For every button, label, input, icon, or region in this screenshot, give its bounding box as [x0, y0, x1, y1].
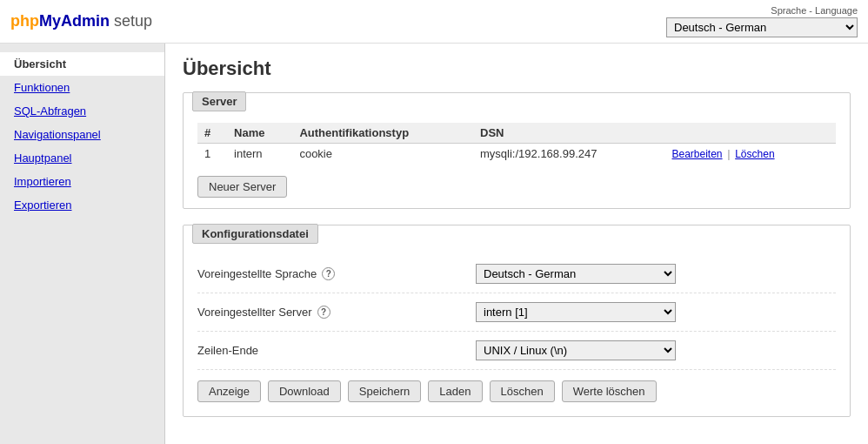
action-buttons: Anzeige Download Speichern Laden Löschen… [197, 370, 836, 406]
sidebar-item-navigationspanel[interactable]: Navigationspanel [0, 123, 164, 146]
werte-loschen-button[interactable]: Werte löschen [562, 380, 657, 402]
sidebar: ÜbersichtFunktionenSQL-AbfragenNavigatio… [0, 44, 165, 444]
main-content: Übersicht Server # Name Authentifikation… [165, 44, 868, 444]
app-logo: phpMyAdmin setup [10, 12, 152, 30]
sidebar-item-sql-abfragen[interactable]: SQL-Abfragen [0, 99, 164, 123]
help-icon-server[interactable]: ? [317, 306, 331, 319]
server-table: # Name Authentifikationstyp DSN 1 intern [197, 123, 836, 164]
sidebar-item-importieren[interactable]: Importieren [0, 170, 164, 193]
logo-php: php [10, 12, 39, 30]
config-row-lineend: Zeilen-Ende UNIX / Linux (\n) Windows (\… [197, 332, 836, 370]
col-auth: Authentifikationstyp [292, 123, 473, 144]
config-label-language: Voreingestellte Sprache [197, 267, 317, 280]
language-selector: Sprache - Language Deutsch - German Engl… [666, 5, 858, 37]
logo-setup: setup [110, 12, 152, 30]
sidebar-item-funktionen[interactable]: Funktionen [0, 76, 164, 99]
config-section: Konfigurationsdatei Voreingestellte Spra… [183, 225, 851, 417]
config-row-server: Voreingestellter Server ? intern [1] [197, 293, 836, 332]
col-actions [665, 123, 837, 144]
server-config-select[interactable]: intern [1] [476, 302, 676, 322]
config-label-lineend: Zeilen-Ende [197, 344, 258, 357]
action-separator: | [727, 147, 730, 160]
config-section-header: Konfigurationsdatei [192, 224, 318, 244]
logo-myadmin: MyAdmin [39, 12, 110, 30]
page-title: Übersicht [183, 57, 851, 80]
config-label-server: Voreingestellter Server [197, 306, 312, 319]
row-dsn: mysqli:/192.168.99.247 [473, 144, 664, 165]
help-icon-language[interactable]: ? [322, 267, 335, 280]
language-config-select[interactable]: Deutsch - German English Français [476, 264, 676, 284]
new-server-button[interactable]: Neuer Server [197, 176, 287, 198]
language-dropdown[interactable]: Deutsch - German English Français Españo… [666, 17, 858, 37]
language-label: Sprache - Language [771, 5, 858, 16]
delete-server-button[interactable]: Löschen [735, 148, 774, 160]
server-section: Server # Name Authentifikationstyp DSN [183, 92, 851, 209]
row-num: 1 [197, 144, 227, 165]
laden-button[interactable]: Laden [428, 380, 482, 402]
anzeige-button[interactable]: Anzeige [197, 380, 261, 402]
sidebar-item-exportieren[interactable]: Exportieren [0, 193, 164, 217]
table-row: 1 intern cookie mysqli:/192.168.99.247 B… [197, 144, 836, 165]
col-num: # [197, 123, 227, 144]
col-name: Name [227, 123, 292, 144]
col-dsn: DSN [473, 123, 664, 144]
lineend-config-select[interactable]: UNIX / Linux (\n) Windows (\r\n) Mac (\r… [476, 340, 676, 360]
speichern-button[interactable]: Speichern [348, 380, 422, 402]
sidebar-item-ubersicht[interactable]: Übersicht [0, 52, 164, 76]
server-section-header: Server [192, 91, 246, 111]
row-auth: cookie [292, 144, 473, 165]
loschen-button[interactable]: Löschen [490, 380, 555, 402]
row-name: intern [227, 144, 292, 165]
download-button[interactable]: Download [268, 380, 341, 402]
sidebar-item-hauptpanel[interactable]: Hauptpanel [0, 146, 164, 170]
config-row-language: Voreingestellte Sprache ? Deutsch - Germ… [197, 255, 836, 293]
edit-server-button[interactable]: Bearbeiten [672, 148, 723, 160]
row-actions: Bearbeiten | Löschen [665, 144, 837, 165]
